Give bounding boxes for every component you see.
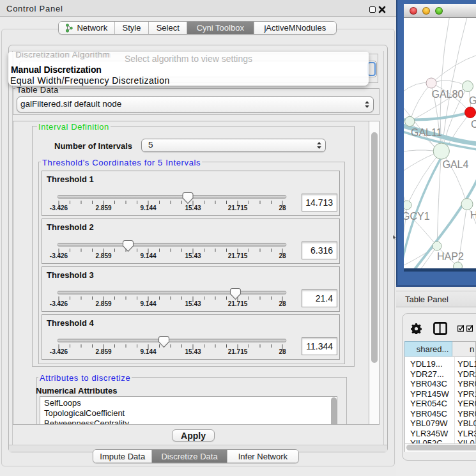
svg-text:28: 28 [279, 348, 286, 355]
svg-text:2.859: 2.859 [95, 348, 111, 355]
svg-text:GAL11: GAL11 [411, 127, 442, 138]
svg-text:-3.426: -3.426 [50, 204, 68, 211]
svg-text:H: H [470, 210, 476, 220]
svg-text:2.859: 2.859 [95, 252, 111, 259]
svg-text:28: 28 [279, 204, 286, 211]
svg-text:21.715: 21.715 [228, 348, 248, 355]
svg-text:HAP2: HAP2 [437, 251, 464, 262]
svg-text:9.144: 9.144 [140, 252, 156, 259]
svg-text:15.43: 15.43 [185, 348, 201, 355]
svg-text:15.43: 15.43 [185, 252, 201, 259]
svg-text:GAL80: GAL80 [432, 89, 464, 100]
svg-text:15.43: 15.43 [185, 204, 201, 211]
svg-text:21.715: 21.715 [228, 204, 248, 211]
svg-text:2.859: 2.859 [95, 204, 111, 211]
svg-text:C: C [471, 119, 476, 130]
svg-text:21.715: 21.715 [228, 252, 248, 259]
svg-text:21.715: 21.715 [228, 300, 248, 307]
svg-text:28: 28 [279, 252, 286, 259]
svg-text:9.144: 9.144 [140, 300, 156, 307]
svg-text:-3.426: -3.426 [50, 348, 68, 355]
svg-text:9.144: 9.144 [140, 204, 156, 211]
svg-text:9.144: 9.144 [140, 348, 156, 355]
svg-text:2.859: 2.859 [95, 300, 111, 307]
svg-text:28: 28 [279, 300, 286, 307]
svg-text:15.43: 15.43 [185, 300, 201, 307]
svg-text:-3.426: -3.426 [50, 252, 68, 259]
svg-text:GCY1: GCY1 [404, 211, 430, 222]
svg-text:-3.426: -3.426 [50, 300, 68, 307]
svg-text:GAL4: GAL4 [443, 159, 469, 170]
svg-text:G..: G.. [469, 95, 476, 106]
